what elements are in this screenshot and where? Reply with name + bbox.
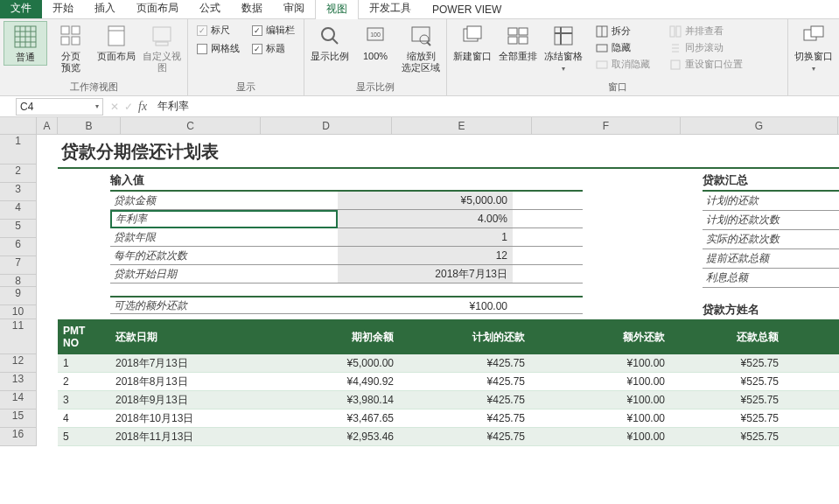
zoom100-icon: 100: [362, 23, 388, 49]
cancel-formula-icon[interactable]: ✕: [110, 101, 119, 113]
rate-label: 年利率: [110, 210, 338, 228]
th-total: 还款总额: [670, 330, 784, 345]
row-header[interactable]: 4: [0, 201, 37, 220]
freeze-icon: [550, 23, 577, 49]
resetpos-button[interactable]: 重设窗口位置: [664, 56, 748, 73]
cell-pmt: 4: [58, 412, 110, 424]
normal-label: 普通: [16, 52, 35, 63]
tab-file[interactable]: 文件: [0, 0, 42, 18]
tab-view[interactable]: 视图: [315, 0, 359, 19]
hide-button[interactable]: 隐藏: [591, 39, 655, 56]
tab-formulas[interactable]: 公式: [189, 0, 231, 18]
arrange-all-button[interactable]: 全部重排: [496, 21, 540, 64]
syncscroll-label: 同步滚动: [685, 41, 724, 54]
group-zoom-label: 显示比例: [308, 79, 443, 95]
col-header-g[interactable]: G: [681, 117, 838, 134]
row-header[interactable]: 1: [0, 135, 37, 164]
arrange-icon: [505, 23, 531, 49]
table-row[interactable]: 12018年7月13日¥5,000.00¥425.75¥100.00¥525.7…: [58, 354, 839, 373]
row-header[interactable]: 8: [0, 275, 37, 287]
table-row[interactable]: 32018年9月13日¥3,980.14¥425.75¥100.00¥525.7…: [58, 391, 839, 410]
select-all-corner[interactable]: [0, 117, 37, 134]
row-header[interactable]: 14: [0, 391, 37, 410]
extra-value[interactable]: ¥100.00: [338, 298, 513, 313]
row-header[interactable]: 11: [0, 319, 37, 354]
table-row[interactable]: 42018年10月13日¥3,467.65¥425.75¥100.00¥525.…: [58, 410, 839, 428]
pagebreak-button[interactable]: 分页 预览: [49, 21, 93, 75]
row-header[interactable]: 3: [0, 183, 37, 201]
row-header[interactable]: 16: [0, 428, 37, 446]
formulabar-checkbox[interactable]: ✓编辑栏: [247, 21, 300, 39]
cell-date: 2018年8月13日: [110, 374, 268, 389]
tab-data[interactable]: 数据: [231, 0, 273, 18]
ruler-checkbox[interactable]: ✓标尺: [192, 21, 245, 39]
col-header-a[interactable]: A: [37, 117, 58, 134]
svg-line-21: [427, 42, 430, 46]
row-header[interactable]: 2: [0, 164, 37, 183]
table-row[interactable]: 52018年11月13日¥2,953.46¥425.75¥100.00¥525.…: [58, 428, 839, 446]
formula-input[interactable]: 年利率: [150, 99, 839, 114]
row-header[interactable]: 10: [0, 305, 37, 319]
chevron-down-icon: ▾: [562, 65, 565, 73]
zoom-selection-icon: [408, 23, 434, 49]
amount-value[interactable]: ¥5,000.00: [338, 192, 513, 209]
ribbon-tabs: 文件 开始 插入 页面布局 公式 数据 审阅 视图 开发工具 POWER VIE…: [0, 0, 839, 19]
new-window-button[interactable]: 新建窗口: [451, 21, 494, 64]
tab-powerview[interactable]: POWER VIEW: [422, 1, 512, 18]
row-headers: 1 2 3 4 5 6 7 8 9 10 11 12 13 14 15 16: [0, 135, 37, 446]
switch-window-button[interactable]: 切换窗口 ▾: [792, 21, 836, 75]
row-header[interactable]: 12: [0, 354, 37, 373]
zoom-button[interactable]: 显示比例: [308, 21, 352, 64]
row-header[interactable]: 7: [0, 256, 37, 275]
cells-area[interactable]: 贷款分期偿还计划表 输入值 贷款金额¥5,000.00 年利率4.00% 贷款年…: [37, 135, 839, 446]
cell-total: ¥525.75: [670, 357, 784, 369]
years-value[interactable]: 1: [338, 228, 513, 246]
cell-extra: ¥100.00: [530, 357, 670, 369]
svg-rect-33: [597, 45, 607, 52]
rate-value[interactable]: 4.00%: [338, 210, 513, 228]
zoom-selection-button[interactable]: 缩放到 选定区域: [399, 21, 443, 75]
sidebyside-button[interactable]: 并排查看: [664, 23, 748, 39]
split-button[interactable]: 拆分: [591, 23, 655, 39]
svg-rect-10: [72, 37, 80, 45]
accept-formula-icon[interactable]: ✓: [124, 101, 133, 113]
start-value[interactable]: 2018年7月13日: [338, 265, 513, 283]
row-header[interactable]: 15: [0, 410, 37, 428]
cell-balance: ¥3,980.14: [268, 394, 399, 406]
normal-view-button[interactable]: 普通: [3, 21, 47, 66]
fx-icon[interactable]: fx: [138, 100, 147, 114]
tab-layout[interactable]: 页面布局: [126, 0, 189, 18]
gridlines-checkbox[interactable]: 网格线: [192, 39, 245, 58]
zoom100-button[interactable]: 100 100%: [353, 21, 397, 64]
row-header[interactable]: 9: [0, 287, 37, 305]
unhide-button[interactable]: 取消隐藏: [591, 56, 655, 73]
th-date: 还款日期: [110, 330, 268, 345]
name-box[interactable]: C4▾: [16, 98, 103, 116]
actual-num-label: 实际的还款次数: [703, 230, 839, 249]
input-start-row: 贷款开始日期2018年7月13日: [110, 265, 583, 284]
col-header-b[interactable]: B: [58, 117, 121, 134]
customview-button[interactable]: 自定义视图: [140, 21, 184, 75]
cell-date: 2018年11月13日: [110, 430, 268, 444]
tab-developer[interactable]: 开发工具: [359, 0, 422, 18]
input-section-header: 输入值: [110, 171, 583, 192]
row-header[interactable]: 5: [0, 220, 37, 238]
input-amount-row: 贷款金额¥5,000.00: [110, 192, 583, 210]
headings-checkbox[interactable]: ✓标题: [247, 39, 300, 58]
tab-insert[interactable]: 插入: [84, 0, 126, 18]
freeze-panes-button[interactable]: 冻结窗格 ▾: [542, 21, 585, 75]
col-header-c[interactable]: C: [121, 117, 261, 134]
tab-home[interactable]: 开始: [42, 0, 84, 18]
cell-total: ¥525.75: [670, 430, 784, 443]
magnifier-icon: [317, 23, 343, 49]
pagelayout-button[interactable]: 页面布局: [94, 21, 138, 64]
row-header[interactable]: 13: [0, 373, 37, 391]
tab-review[interactable]: 审阅: [273, 0, 315, 18]
table-row[interactable]: 22018年8月13日¥4,490.92¥425.75¥100.00¥525.7…: [58, 373, 839, 391]
col-header-f[interactable]: F: [532, 117, 681, 134]
syncscroll-button[interactable]: 同步滚动: [664, 39, 748, 56]
row-header[interactable]: 6: [0, 238, 37, 256]
col-header-d[interactable]: D: [261, 117, 392, 134]
payments-value[interactable]: 12: [338, 247, 513, 264]
col-header-e[interactable]: E: [392, 117, 532, 134]
